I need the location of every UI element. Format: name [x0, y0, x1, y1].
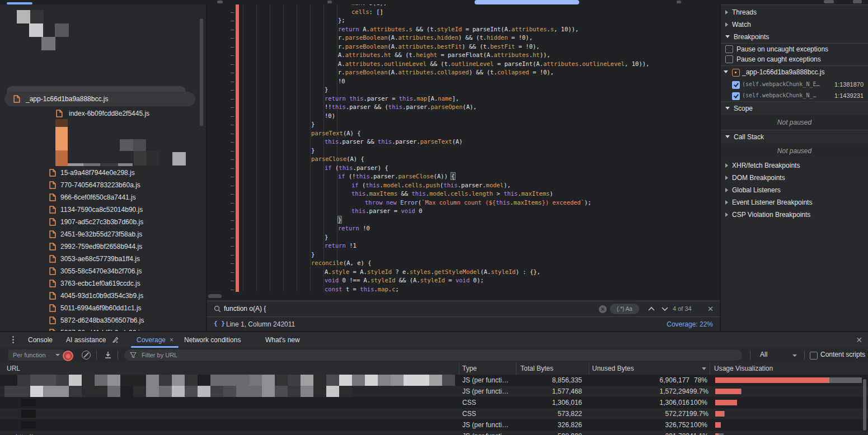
file-row[interactable]: 1907-ad5c27c3b3b7d60b.js — [0, 216, 206, 228]
line-number-dash[interactable]: – — [226, 259, 234, 268]
code-line[interactable]: this.parser && this.parser.parseText(A) — [244, 138, 463, 146]
code-line[interactable]: parseClose(A) { — [244, 155, 364, 164]
find-previous-icon[interactable] — [648, 306, 655, 311]
find-next-icon[interactable] — [661, 307, 668, 311]
pause-uncaught-checkbox[interactable] — [725, 45, 733, 53]
file-row[interactable]: 1134-7590ca8c52014b90.js — [0, 204, 206, 216]
line-number-dash[interactable]: – — [226, 34, 234, 42]
section-dom-breakpoints[interactable]: DOM Breakpoints — [721, 172, 868, 184]
coverage-type-select[interactable]: Per function — [8, 349, 64, 361]
tab-console[interactable]: Console — [28, 332, 53, 348]
col-unused-bytes[interactable]: Unused Bytes — [592, 362, 634, 375]
line-number-dash[interactable]: – — [226, 138, 234, 146]
line-number-dash[interactable]: – — [226, 94, 234, 103]
coverage-table-row[interactable]: JS (per functi…326,826326,752100% — [0, 419, 868, 431]
section-event-listener-breakpoints[interactable]: Event Listener Breakpoints — [721, 196, 868, 209]
line-number-dash[interactable]: – — [226, 51, 234, 60]
line-number-dash[interactable]: – — [226, 146, 234, 155]
code-line[interactable]: return A.attributes.s && (t.styleId = pa… — [244, 25, 579, 34]
code-line[interactable]: r.parseBoolean(A.attributes.hidden) && (… — [244, 34, 533, 42]
code-line[interactable]: !!this.parser && (this.parser.parseOpen(… — [244, 103, 477, 112]
editor-hscrollbar[interactable] — [208, 294, 222, 298]
line-number-dash[interactable]: – — [226, 120, 234, 129]
coverage-table-row[interactable]: http://…JS (per functi…508,908201,78341.… — [0, 431, 868, 435]
coverage-table-row[interactable]: CSS573,822572,27199.7% — [0, 408, 868, 419]
line-number-dash[interactable]: – — [226, 16, 234, 25]
breakpoint-file-group[interactable]: _app-1c66d1ba9a888bcc.js — [721, 67, 868, 78]
line-number-dash[interactable]: – — [226, 276, 234, 285]
line-number-dash[interactable]: – — [226, 77, 234, 86]
code-line[interactable]: }; — [244, 16, 345, 25]
code-line[interactable]: parseText(A) { — [244, 129, 361, 138]
line-number-dash[interactable]: – — [226, 129, 234, 138]
coverage-table-row[interactable]: JS (per functi…1,577,4681,572,29499.7% — [0, 386, 868, 397]
file-row-selected[interactable]: _app-1c66d1ba9a888bcc.js — [4, 92, 195, 106]
line-number-dash[interactable]: – — [226, 86, 234, 94]
section-xhr-breakpoints[interactable]: XHR/fetch Breakpoints — [721, 159, 868, 172]
line-number-dash[interactable]: – — [226, 285, 234, 294]
file-row[interactable]: index-6b09fcdd8e2f5445.js — [0, 107, 206, 120]
tab-ai-assistance[interactable]: AI assistance — [66, 332, 106, 348]
line-number-dash[interactable]: – — [226, 250, 234, 259]
line-number-dash[interactable]: – — [226, 268, 234, 277]
code-line[interactable]: this.maxItems && this.model.cells.length… — [244, 190, 553, 198]
source-editor[interactable]: –––––––––––––––––––––––––––––––––– max: … — [207, 4, 720, 300]
breakpoint-checkbox[interactable] — [732, 92, 740, 100]
clear-search-icon[interactable] — [599, 305, 607, 313]
match-case-toggle[interactable]: Aa — [626, 306, 632, 312]
code-line[interactable]: A.attributes.outlineLevel && (t.outlineL… — [244, 60, 649, 69]
code-line[interactable]: if (this.parser) { — [244, 164, 388, 173]
more-options-icon[interactable] — [12, 336, 14, 338]
line-number-dash[interactable]: – — [226, 103, 234, 112]
code-line[interactable]: cells: [] — [244, 8, 383, 17]
line-number-dash[interactable]: – — [226, 25, 234, 34]
file-row[interactable]: 770-740564783223b60a.js — [0, 179, 206, 191]
file-row[interactable]: 5872-d6248ba3506507b6.js — [0, 314, 206, 327]
code-line[interactable]: A.style = A.styleId ? e.styles.getStyleM… — [244, 268, 541, 277]
code-line[interactable]: A.attributes.ht && (t.height = parseFloa… — [244, 51, 550, 60]
code-line[interactable]: } — [244, 250, 315, 259]
col-total-bytes[interactable]: Total Bytes — [520, 362, 553, 375]
line-number-dash[interactable]: – — [226, 190, 234, 198]
code-line[interactable]: if (this.model.cells.push(this.parser.mo… — [244, 181, 511, 190]
table-scrollbar[interactable] — [863, 379, 866, 431]
find-input[interactable]: function o(A) { — [224, 305, 266, 313]
section-threads[interactable]: Threads — [721, 6, 868, 18]
line-number-dash[interactable]: – — [226, 155, 234, 164]
pause-caught-checkbox[interactable] — [725, 55, 733, 63]
tab-network-conditions[interactable]: Network conditions — [184, 332, 241, 348]
section-global-listeners[interactable]: Global Listeners — [721, 184, 868, 196]
code-line[interactable]: return this.parser = this.map[A.name], — [244, 94, 459, 103]
pretty-print-icon[interactable]: { } — [214, 320, 225, 327]
file-row[interactable]: 3763-ecbc1ef0a619ccdc.js — [0, 277, 206, 290]
line-number-dash[interactable]: – — [226, 8, 234, 17]
code-line[interactable]: !0 — [244, 77, 345, 86]
code-line[interactable]: if (!this.parser.parseClose(A)) { — [244, 172, 455, 181]
code-line[interactable]: return !1 — [244, 242, 356, 250]
file-row[interactable]: 966-6cef0f650c8a7441.js — [0, 191, 206, 204]
line-number-dash[interactable]: – — [226, 181, 234, 190]
file-row[interactable]: 4045-93d1c0b9d354c3b9.js — [0, 290, 206, 302]
file-row[interactable]: 5011-6994a6f9b60dd1c1.js — [0, 302, 206, 314]
code-line[interactable]: } — [244, 120, 315, 129]
record-coverage-button[interactable] — [63, 351, 73, 361]
breakpoint-entry[interactable]: (self.webpackChunk_N_E… 1:1381870 — [721, 79, 868, 90]
file-row[interactable]: 2992-759ed9bf2658b944.js — [0, 240, 206, 253]
code-line[interactable]: throw new Error(`Max column count (${thi… — [244, 198, 592, 207]
coverage-table-row[interactable]: CSS1,306,0161,306,016100% — [0, 397, 868, 408]
col-usage-visualization[interactable]: Usage Visualization — [714, 362, 773, 375]
tab-coverage[interactable]: Coverage — [137, 332, 166, 348]
export-download-icon[interactable] — [104, 351, 112, 359]
file-row[interactable]: 2451-9e32b55d273f58ab.js — [0, 228, 206, 240]
code-line[interactable]: const t = this.map.c; — [244, 285, 399, 294]
url-filter-input[interactable]: Filter by URL — [124, 349, 742, 361]
file-row[interactable]: 3055-58c5470e34b2f706.js — [0, 265, 206, 277]
code-line[interactable]: r.parseBoolean(A.attributes.bestFit) && … — [244, 42, 539, 51]
file-row[interactable]: 5967-96cd41dd5b0cdc96.js — [0, 327, 206, 331]
navigator-scrollbar[interactable] — [200, 18, 203, 126]
content-scripts-checkbox[interactable] — [810, 352, 818, 360]
section-scope[interactable]: Scope — [721, 101, 868, 116]
section-call-stack[interactable]: Call Stack — [721, 130, 868, 144]
code-line[interactable]: !0) — [244, 112, 335, 121]
regex-toggle[interactable]: (.*) — [617, 306, 624, 312]
